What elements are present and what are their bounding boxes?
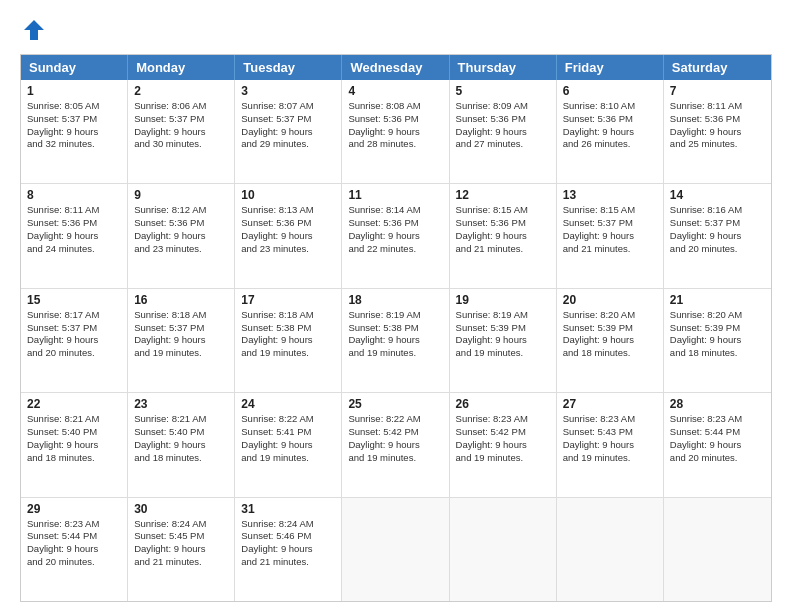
day-number: 29	[27, 502, 121, 516]
calendar-cell: 6Sunrise: 8:10 AMSunset: 5:36 PMDaylight…	[557, 80, 664, 183]
cell-line: and 19 minutes.	[241, 452, 335, 465]
cell-line: Daylight: 9 hours	[241, 230, 335, 243]
cell-line: Daylight: 9 hours	[348, 439, 442, 452]
cell-line: Daylight: 9 hours	[348, 126, 442, 139]
cell-line: and 21 minutes.	[563, 243, 657, 256]
cell-line: Sunrise: 8:22 AM	[241, 413, 335, 426]
cell-line: Sunrise: 8:23 AM	[456, 413, 550, 426]
cell-line: and 24 minutes.	[27, 243, 121, 256]
calendar-row: 1Sunrise: 8:05 AMSunset: 5:37 PMDaylight…	[21, 80, 771, 183]
cell-line: and 19 minutes.	[241, 347, 335, 360]
calendar-row: 8Sunrise: 8:11 AMSunset: 5:36 PMDaylight…	[21, 183, 771, 287]
cell-line: Sunset: 5:37 PM	[134, 113, 228, 126]
calendar-cell: 21Sunrise: 8:20 AMSunset: 5:39 PMDayligh…	[664, 289, 771, 392]
cell-line: Sunset: 5:36 PM	[563, 113, 657, 126]
calendar-body: 1Sunrise: 8:05 AMSunset: 5:37 PMDaylight…	[21, 80, 771, 601]
calendar-cell: 28Sunrise: 8:23 AMSunset: 5:44 PMDayligh…	[664, 393, 771, 496]
cell-line: Sunrise: 8:15 AM	[456, 204, 550, 217]
cell-line: Daylight: 9 hours	[456, 126, 550, 139]
weekday-header: Saturday	[664, 55, 771, 80]
cell-line: and 21 minutes.	[241, 556, 335, 569]
cell-line: Daylight: 9 hours	[134, 230, 228, 243]
cell-line: Daylight: 9 hours	[348, 334, 442, 347]
cell-line: and 23 minutes.	[241, 243, 335, 256]
cell-line: Sunrise: 8:15 AM	[563, 204, 657, 217]
cell-line: and 22 minutes.	[348, 243, 442, 256]
cell-line: Sunrise: 8:17 AM	[27, 309, 121, 322]
cell-line: Daylight: 9 hours	[348, 230, 442, 243]
cell-line: Sunset: 5:44 PM	[27, 530, 121, 543]
cell-line: Sunset: 5:39 PM	[670, 322, 765, 335]
cell-line: and 29 minutes.	[241, 138, 335, 151]
day-number: 30	[134, 502, 228, 516]
calendar-cell: 7Sunrise: 8:11 AMSunset: 5:36 PMDaylight…	[664, 80, 771, 183]
cell-line: and 20 minutes.	[670, 452, 765, 465]
cell-line: Daylight: 9 hours	[563, 230, 657, 243]
cell-line: Sunrise: 8:11 AM	[27, 204, 121, 217]
calendar-cell: 15Sunrise: 8:17 AMSunset: 5:37 PMDayligh…	[21, 289, 128, 392]
cell-line: and 20 minutes.	[27, 347, 121, 360]
cell-line: Sunrise: 8:23 AM	[563, 413, 657, 426]
weekday-header: Sunday	[21, 55, 128, 80]
cell-line: Sunrise: 8:20 AM	[670, 309, 765, 322]
cell-line: Sunrise: 8:20 AM	[563, 309, 657, 322]
cell-line: and 19 minutes.	[456, 347, 550, 360]
cell-line: and 20 minutes.	[27, 556, 121, 569]
cell-line: Sunrise: 8:24 AM	[241, 518, 335, 531]
day-number: 1	[27, 84, 121, 98]
calendar-cell: 4Sunrise: 8:08 AMSunset: 5:36 PMDaylight…	[342, 80, 449, 183]
day-number: 5	[456, 84, 550, 98]
calendar-cell: 27Sunrise: 8:23 AMSunset: 5:43 PMDayligh…	[557, 393, 664, 496]
calendar-cell: 11Sunrise: 8:14 AMSunset: 5:36 PMDayligh…	[342, 184, 449, 287]
logo-icon	[20, 16, 48, 44]
cell-line: Sunset: 5:36 PM	[134, 217, 228, 230]
cell-line: Sunrise: 8:13 AM	[241, 204, 335, 217]
calendar-cell: 1Sunrise: 8:05 AMSunset: 5:37 PMDaylight…	[21, 80, 128, 183]
day-number: 23	[134, 397, 228, 411]
cell-line: Daylight: 9 hours	[563, 334, 657, 347]
cell-line: Sunrise: 8:06 AM	[134, 100, 228, 113]
cell-line: Sunrise: 8:19 AM	[456, 309, 550, 322]
cell-line: Daylight: 9 hours	[241, 126, 335, 139]
cell-line: and 19 minutes.	[134, 347, 228, 360]
cell-line: Sunrise: 8:23 AM	[27, 518, 121, 531]
day-number: 6	[563, 84, 657, 98]
svg-marker-0	[24, 20, 44, 40]
cell-line: Sunrise: 8:21 AM	[134, 413, 228, 426]
cell-line: Sunrise: 8:12 AM	[134, 204, 228, 217]
calendar-cell: 18Sunrise: 8:19 AMSunset: 5:38 PMDayligh…	[342, 289, 449, 392]
calendar-cell: 24Sunrise: 8:22 AMSunset: 5:41 PMDayligh…	[235, 393, 342, 496]
calendar-cell: 20Sunrise: 8:20 AMSunset: 5:39 PMDayligh…	[557, 289, 664, 392]
cell-line: Sunrise: 8:24 AM	[134, 518, 228, 531]
cell-line: and 21 minutes.	[456, 243, 550, 256]
calendar-cell: 23Sunrise: 8:21 AMSunset: 5:40 PMDayligh…	[128, 393, 235, 496]
calendar-cell: 13Sunrise: 8:15 AMSunset: 5:37 PMDayligh…	[557, 184, 664, 287]
calendar-cell: 29Sunrise: 8:23 AMSunset: 5:44 PMDayligh…	[21, 498, 128, 601]
calendar-header: SundayMondayTuesdayWednesdayThursdayFrid…	[21, 55, 771, 80]
cell-line: Sunset: 5:41 PM	[241, 426, 335, 439]
cell-line: and 19 minutes.	[456, 452, 550, 465]
weekday-header: Monday	[128, 55, 235, 80]
cell-line: Sunset: 5:42 PM	[348, 426, 442, 439]
calendar-cell: 17Sunrise: 8:18 AMSunset: 5:38 PMDayligh…	[235, 289, 342, 392]
cell-line: Sunset: 5:36 PM	[348, 217, 442, 230]
cell-line: Daylight: 9 hours	[456, 230, 550, 243]
cell-line: Sunset: 5:40 PM	[134, 426, 228, 439]
calendar-row: 29Sunrise: 8:23 AMSunset: 5:44 PMDayligh…	[21, 497, 771, 601]
cell-line: Daylight: 9 hours	[241, 439, 335, 452]
header	[20, 16, 772, 44]
day-number: 18	[348, 293, 442, 307]
weekday-header: Thursday	[450, 55, 557, 80]
day-number: 9	[134, 188, 228, 202]
day-number: 19	[456, 293, 550, 307]
cell-line: Daylight: 9 hours	[241, 334, 335, 347]
cell-line: Daylight: 9 hours	[670, 230, 765, 243]
day-number: 28	[670, 397, 765, 411]
day-number: 27	[563, 397, 657, 411]
weekday-header: Friday	[557, 55, 664, 80]
calendar-cell: 25Sunrise: 8:22 AMSunset: 5:42 PMDayligh…	[342, 393, 449, 496]
cell-line: and 28 minutes.	[348, 138, 442, 151]
cell-line: Sunset: 5:36 PM	[670, 113, 765, 126]
calendar-cell: 22Sunrise: 8:21 AMSunset: 5:40 PMDayligh…	[21, 393, 128, 496]
calendar-cell: 2Sunrise: 8:06 AMSunset: 5:37 PMDaylight…	[128, 80, 235, 183]
